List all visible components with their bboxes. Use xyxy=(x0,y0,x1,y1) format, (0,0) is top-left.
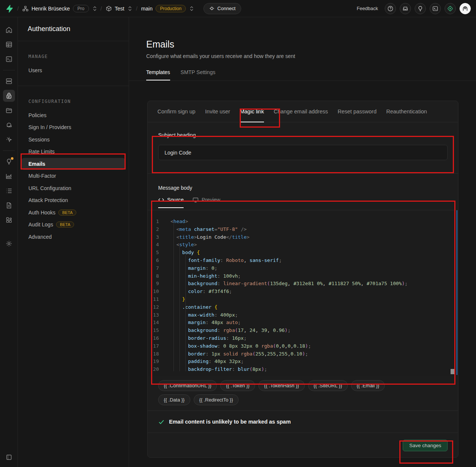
integrations-icon[interactable] xyxy=(3,214,15,226)
code-text: box-shadow: 0 8px 32px 0 rgba(0,0,0,0.18… xyxy=(164,342,311,350)
code-line: 13 max-width: 400px; xyxy=(148,311,458,319)
sidebar-item-rate-limits[interactable]: Rate Limits xyxy=(22,146,125,158)
template-tab-confirm-sign-up[interactable]: Confirm sign up xyxy=(157,101,196,122)
editor-scrollbar-thumb[interactable] xyxy=(451,369,455,374)
line-number: 2 xyxy=(148,226,164,234)
template-variable-chip[interactable]: {{ .SiteURL }} xyxy=(308,380,348,391)
code-line: 4 <style> xyxy=(148,241,458,249)
sidebar-item-sessions[interactable]: Sessions xyxy=(22,134,125,146)
advisors-icon[interactable] xyxy=(3,156,15,168)
terminal-button[interactable] xyxy=(430,3,441,14)
user-avatar[interactable] xyxy=(460,3,471,14)
spam-check-row: Email content is unlikely to be marked a… xyxy=(148,411,458,433)
line-number: 1 xyxy=(148,218,164,226)
line-number: 16 xyxy=(148,335,164,342)
edge-functions-icon[interactable] xyxy=(3,119,15,131)
code-text: } xyxy=(164,296,185,303)
sidebar-item-policies[interactable]: Policies xyxy=(22,109,125,122)
template-tab-reset-password[interactable]: Reset password xyxy=(338,101,377,122)
icon-rail xyxy=(0,17,18,467)
template-variable-chip[interactable]: {{ .TokenHash }} xyxy=(258,380,304,391)
rail-divider xyxy=(3,70,15,70)
nav-item-label: Advanced xyxy=(28,234,52,240)
code-text: font-family: Roboto, sans-serif; xyxy=(164,257,282,265)
template-variable-chip[interactable]: {{ .ConfirmationURL }} xyxy=(158,380,217,391)
template-variable-chip[interactable]: {{ .Token }} xyxy=(220,380,255,391)
feedback-link[interactable]: Feedback xyxy=(357,6,378,11)
indent-guide xyxy=(179,247,180,371)
template-tab-reauthentication[interactable]: Reauthentication xyxy=(386,101,427,122)
collapse-sidebar-icon[interactable] xyxy=(3,451,15,463)
tab-smtp-settings[interactable]: SMTP Settings xyxy=(181,69,215,80)
template-variable-chip[interactable]: {{ .Email }} xyxy=(351,380,385,391)
sidebar-item-advanced[interactable]: Advanced xyxy=(22,231,125,243)
card-footer: Save changes xyxy=(148,433,458,458)
nav-item-label: Sessions xyxy=(28,137,50,143)
settings-icon[interactable] xyxy=(3,238,15,250)
tab-source[interactable]: Source xyxy=(158,197,184,208)
merge-request-button[interactable] xyxy=(445,3,456,14)
sidebar-item-attack-protection[interactable]: Attack Protection xyxy=(22,194,125,207)
realtime-icon[interactable] xyxy=(3,134,15,146)
project-name: Test xyxy=(115,6,125,12)
plug-icon xyxy=(209,6,215,11)
template-tab-magic-link[interactable]: Magic link xyxy=(240,101,264,122)
sidebar-item-users[interactable]: Users xyxy=(22,64,125,77)
tab-templates[interactable]: Templates xyxy=(146,69,170,80)
branch-name: main xyxy=(141,6,153,12)
save-changes-button[interactable]: Save changes xyxy=(403,440,448,451)
reports-icon[interactable] xyxy=(3,170,15,182)
inbox-button[interactable] xyxy=(400,3,411,14)
home-icon[interactable] xyxy=(3,24,15,36)
manage-section: MANAGE Users xyxy=(18,41,129,86)
code-text: margin: 48px auto; xyxy=(164,319,241,327)
indent-guide xyxy=(185,254,186,371)
sidebar-item-multi-factor[interactable]: Multi-Factor xyxy=(22,170,125,182)
connect-button[interactable]: Connect xyxy=(203,3,241,14)
logs-icon[interactable] xyxy=(3,185,15,197)
subject-heading-input[interactable] xyxy=(158,145,448,160)
branch-switcher[interactable]: main Production xyxy=(141,5,194,12)
table-editor-icon[interactable] xyxy=(3,39,15,51)
editor-focus-edge xyxy=(457,210,457,375)
breadcrumb-separator: / xyxy=(101,5,102,12)
sidebar-item-audit-logs[interactable]: Audit LogsBETA xyxy=(22,219,125,231)
project-switcher[interactable]: Test xyxy=(106,6,132,12)
supabase-logo-icon[interactable] xyxy=(5,4,13,13)
tab-preview[interactable]: Preview xyxy=(193,197,220,208)
storage-icon[interactable] xyxy=(3,104,15,116)
template-tabs: Confirm sign upInvite userMagic linkChan… xyxy=(148,101,458,122)
auth-sidenav: Authentication MANAGE Users CONFIGURATIO… xyxy=(18,17,129,467)
code-editor[interactable]: 1<head>2 <meta charset="UTF-8" />3 <titl… xyxy=(148,210,458,376)
nav-item-label: URL Configuration xyxy=(28,185,71,191)
editor-tabs: Source Preview xyxy=(148,195,458,210)
code-line: 1<head> xyxy=(148,218,458,226)
sidebar-item-url-configuration[interactable]: URL Configuration xyxy=(22,182,125,195)
code-line: 9 background: linear-gradient(135deg, #3… xyxy=(148,280,458,288)
template-variable-chip[interactable]: {{ .RedirectTo }} xyxy=(194,394,239,405)
line-number: 10 xyxy=(148,288,164,296)
template-variable-chip[interactable]: {{ .Data }} xyxy=(158,394,190,405)
sidebar-item-auth-hooks[interactable]: Auth HooksBETA xyxy=(22,207,125,219)
api-docs-icon[interactable] xyxy=(3,199,15,211)
template-tab-invite-user[interactable]: Invite user xyxy=(205,101,230,122)
database-icon[interactable] xyxy=(3,75,15,87)
org-switcher[interactable]: Henrik Brüsecke Pro xyxy=(22,5,96,12)
code-line: 2 <meta charset="UTF-8" /> xyxy=(148,226,458,234)
sidebar-item-sign-in-providers[interactable]: Sign In / Providers xyxy=(22,121,125,134)
code-text: background: linear-gradient(135deg, #312… xyxy=(164,280,408,288)
help-button[interactable] xyxy=(385,3,396,14)
package-icon xyxy=(106,6,112,12)
org-name: Henrik Brüsecke xyxy=(31,6,70,12)
hints-button[interactable] xyxy=(415,3,426,14)
message-body-label: Message body xyxy=(148,174,458,191)
line-number: 3 xyxy=(148,234,164,241)
sql-editor-icon[interactable] xyxy=(3,53,15,65)
authentication-icon[interactable] xyxy=(3,90,15,102)
template-tab-change-email-address[interactable]: Change email address xyxy=(274,101,328,122)
inbox-icon xyxy=(402,6,408,12)
nav-item-label: Users xyxy=(28,67,42,73)
sidebar-item-emails[interactable]: Emails xyxy=(22,158,125,170)
variable-chips: {{ .ConfirmationURL }}{{ .Token }}{{ .To… xyxy=(158,380,420,405)
code-text: <style> xyxy=(164,241,197,249)
